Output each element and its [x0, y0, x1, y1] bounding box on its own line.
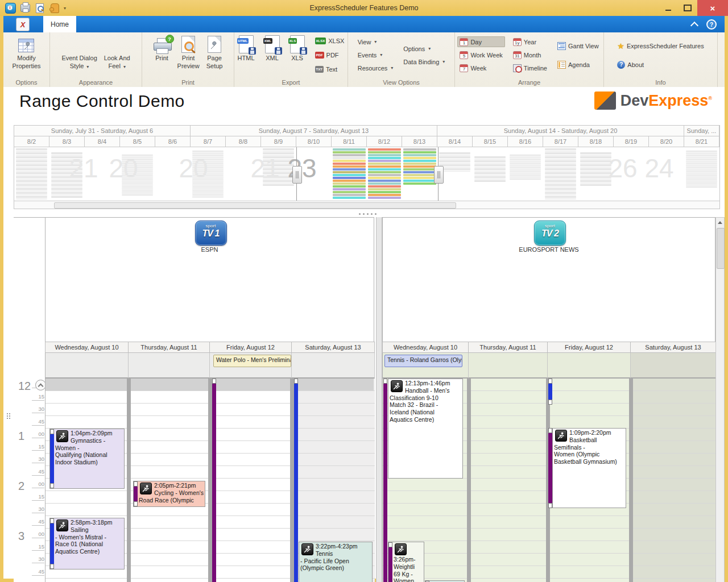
- month-button[interactable]: 31Month: [511, 49, 549, 60]
- all-day-cell[interactable]: [292, 353, 375, 379]
- help-icon[interactable]: ?: [706, 19, 717, 30]
- range-day-header[interactable]: 8/9: [261, 136, 296, 147]
- scroll-up-button[interactable]: [716, 218, 724, 227]
- event[interactable]: 2:05pm-2:21pmCycling - Women'sRoad Race …: [133, 481, 205, 507]
- range-day-header[interactable]: 8/11: [332, 136, 367, 147]
- print-button[interactable]: ?Print: [151, 34, 173, 64]
- water-polo-strip[interactable]: [212, 379, 216, 582]
- timeline-button[interactable]: Timeline: [511, 63, 549, 73]
- day-header[interactable]: Thursday, August 11: [128, 342, 210, 353]
- day-column[interactable]: [469, 379, 548, 582]
- range-day-header[interactable]: 8/7: [191, 136, 226, 147]
- all-day-cell[interactable]: [469, 353, 548, 379]
- event[interactable]: 12:13pm-1:46pmHandball - Men'sClassifica…: [388, 379, 463, 479]
- modify-properties-button[interactable]: ModifyProperties: [10, 34, 43, 72]
- tennis-strip[interactable]: [294, 379, 298, 582]
- collapse-ribbon-icon[interactable]: [690, 22, 698, 30]
- app-icon[interactable]: X: [16, 18, 30, 31]
- range-day-header[interactable]: 8/14: [437, 136, 473, 147]
- events-button[interactable]: Events▾: [355, 49, 396, 60]
- range-day-header[interactable]: 8/8: [226, 136, 261, 147]
- gantt-view-button[interactable]: Gantt View: [555, 40, 601, 51]
- day-header[interactable]: Saturday, August 13: [291, 342, 375, 353]
- day-column[interactable]: [129, 379, 210, 582]
- day-header[interactable]: Friday, August 12: [547, 342, 631, 353]
- event[interactable]: 1:09pm-2:20pmBasketball Semifinals -Wome…: [552, 428, 626, 508]
- range-day-header[interactable]: 8/4: [85, 136, 120, 147]
- morning-event-strip[interactable]: [548, 379, 552, 405]
- panel-grip-handle[interactable]: [7, 413, 10, 419]
- range-day-header[interactable]: 8/15: [473, 136, 508, 147]
- export-xml-button[interactable]: XMLXML: [263, 34, 282, 64]
- work-week-button[interactable]: 5Work Week: [457, 49, 504, 60]
- resource-splitter[interactable]: [376, 217, 382, 582]
- agenda-button[interactable]: Agenda: [555, 59, 601, 70]
- export-html-button[interactable]: HTMLHTML: [235, 34, 257, 64]
- selection-end-thumb[interactable]: [434, 166, 444, 184]
- export-pdf-button[interactable]: PDFPDF: [313, 49, 347, 60]
- expressscheduler-features-button[interactable]: ★ExpressScheduler Features: [615, 40, 706, 51]
- range-day-header[interactable]: 8/12: [367, 136, 402, 147]
- vscroll-thumb[interactable]: [717, 228, 725, 269]
- all-day-cell[interactable]: [631, 353, 716, 379]
- export-text-button[interactable]: TXTText: [313, 64, 347, 74]
- day-column[interactable]: [210, 379, 292, 582]
- range-day-header[interactable]: 8/3: [49, 136, 85, 147]
- range-scrollbar-thumb[interactable]: [54, 202, 456, 209]
- tab-home[interactable]: Home: [43, 16, 76, 32]
- day-column[interactable]: [631, 379, 716, 582]
- event[interactable]: 1:04pm-2:09pmGymnastics - Women -Qualify…: [49, 429, 125, 489]
- event-dialog-style-button[interactable]: Event DialogStyle ▾: [59, 34, 99, 72]
- range-week-header: Sunday, July 31 - Saturday, August 6: [14, 126, 191, 136]
- day-header[interactable]: Friday, August 12: [209, 342, 292, 353]
- range-day-header[interactable]: 8/13: [402, 136, 437, 147]
- day-header[interactable]: Saturday, August 13: [630, 342, 716, 353]
- close-button[interactable]: ×: [697, 0, 728, 16]
- resources-button[interactable]: Resources▾: [355, 63, 396, 73]
- all-day-event[interactable]: Tennis - Roland Garros (Olym: [384, 355, 462, 367]
- all-day-cell[interactable]: [46, 353, 129, 379]
- look-and-feel-button[interactable]: Look AndFeel ▾: [102, 34, 133, 72]
- range-day-header[interactable]: 8/18: [578, 136, 614, 147]
- range-day-header[interactable]: 8/20: [649, 136, 684, 147]
- range-day-header[interactable]: 8/17: [543, 136, 578, 147]
- day-button[interactable]: 1Day: [457, 36, 504, 47]
- export-xlsx-button[interactable]: XLSXXLSX: [313, 35, 347, 46]
- range-day-header[interactable]: 8/6: [155, 136, 191, 147]
- range-day-header[interactable]: 8/5: [120, 136, 155, 147]
- day-header[interactable]: Thursday, August 11: [468, 342, 548, 353]
- year-button[interactable]: 1yYear: [511, 36, 549, 47]
- day-header[interactable]: Wednesday, August 10: [45, 342, 129, 353]
- all-day-cell[interactable]: [129, 353, 210, 379]
- all-day-event[interactable]: Water Polo - Men's Prelimina: [213, 355, 291, 367]
- event[interactable]: 3:22pm-4:23pm Tennis- Pacific Life Open(…: [299, 542, 373, 582]
- event[interactable]: 3:26pm-Weightli69 Kg -Women- Final(Natio…: [388, 542, 424, 582]
- all-day-cell[interactable]: [548, 353, 631, 379]
- range-day-header[interactable]: 8/10: [296, 136, 332, 147]
- maximize-button[interactable]: [678, 0, 697, 16]
- minimize-button[interactable]: [659, 0, 678, 16]
- print-preview-button[interactable]: PrintPreview: [175, 34, 202, 72]
- page-setup-button[interactable]: PageSetup: [204, 34, 225, 72]
- range-day-header[interactable]: 8/21: [684, 136, 719, 147]
- about-button[interactable]: ?About: [615, 59, 706, 70]
- data-binding-button[interactable]: Data Binding▾: [401, 56, 447, 67]
- range-control[interactable]: Sunday, July 31 - Saturday, August 6Sund…: [14, 125, 720, 209]
- event[interactable]: 2:58pm-3:18pm Sailing- Women's Mistral -…: [49, 518, 125, 569]
- resource-view-1: sportTV 1ESPNWednesday, August 10Thursda…: [45, 217, 374, 582]
- range-day-header[interactable]: 8/19: [614, 136, 649, 147]
- options-button[interactable]: Options▾: [401, 43, 447, 54]
- splitter-handle[interactable]: [351, 213, 383, 217]
- week-button[interactable]: 7Week: [457, 63, 504, 73]
- export-xls-button[interactable]: XLSXLS: [288, 34, 307, 64]
- tennis-roland-garros-strip[interactable]: [383, 379, 387, 582]
- selection-start-thumb[interactable]: [292, 166, 302, 184]
- basketball-strip[interactable]: [548, 428, 552, 508]
- range-bar: [192, 184, 224, 186]
- day-header[interactable]: Wednesday, August 10: [382, 342, 469, 353]
- range-day-header[interactable]: 8/16: [508, 136, 543, 147]
- range-scrollbar[interactable]: [14, 201, 719, 209]
- range-day-header[interactable]: 8/2: [14, 136, 49, 147]
- view-button[interactable]: View▾: [355, 36, 396, 47]
- range-body[interactable]: 21202021232624: [14, 147, 719, 201]
